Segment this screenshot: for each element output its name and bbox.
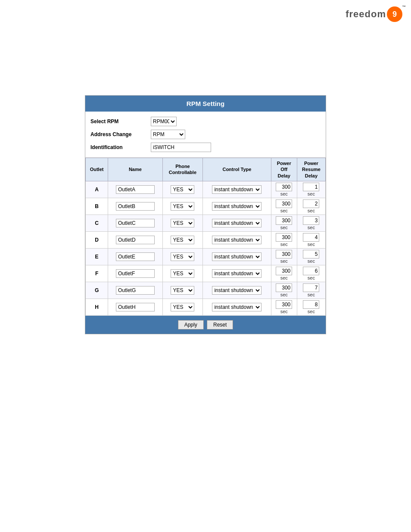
outlet-name-input[interactable] <box>116 286 155 295</box>
table-row: E YES NO instant shutdown graceful shutd… <box>86 248 326 265</box>
outlet-power-off-cell: sec <box>271 248 297 265</box>
outlet-name-cell <box>108 215 163 231</box>
outlet-control-cell: instant shutdown graceful shutdown reboo… <box>203 248 271 265</box>
outlet-power-off-cell: sec <box>271 215 297 231</box>
rpm-panel: RPM Setting Select RPM RPM00 Address Cha… <box>85 95 326 334</box>
outlet-phone-cell: YES NO <box>162 181 203 198</box>
outlet-control-select[interactable]: instant shutdown graceful shutdown reboo… <box>212 252 262 261</box>
apply-button[interactable]: Apply <box>178 320 204 330</box>
address-change-dropdown[interactable]: RPM <box>151 130 185 139</box>
table-row: F YES NO instant shutdown graceful shutd… <box>86 265 326 282</box>
outlet-phone-cell: YES NO <box>162 231 203 248</box>
outlet-control-select[interactable]: instant shutdown graceful shutdown reboo… <box>212 269 262 278</box>
outlet-power-resume-input[interactable] <box>303 300 319 309</box>
col-name: Name <box>108 158 163 181</box>
outlet-letter: D <box>86 231 108 248</box>
outlet-phone-select[interactable]: YES NO <box>171 185 194 194</box>
outlet-control-cell: instant shutdown graceful shutdown reboo… <box>203 265 271 282</box>
outlet-power-off-input[interactable] <box>276 300 292 309</box>
outlet-name-cell <box>108 198 163 215</box>
power-resume-sec-label: sec <box>299 191 324 196</box>
outlet-power-off-input[interactable] <box>276 199 292 208</box>
outlet-name-input[interactable] <box>116 236 155 244</box>
address-change-label: Address Change <box>90 131 151 137</box>
outlet-power-resume-cell: sec <box>297 215 325 231</box>
outlet-name-input[interactable] <box>116 202 155 211</box>
outlet-letter: C <box>86 215 108 231</box>
outlet-power-resume-cell: sec <box>297 198 325 215</box>
outlet-name-input[interactable] <box>116 219 155 227</box>
table-row: G YES NO instant shutdown graceful shutd… <box>86 282 326 299</box>
table-row: H YES NO instant shutdown graceful shutd… <box>86 299 326 315</box>
power-resume-sec-label: sec <box>299 309 324 314</box>
power-resume-sec-label: sec <box>299 225 324 230</box>
outlet-phone-cell: YES NO <box>162 248 203 265</box>
col-phone: PhoneControllable <box>162 158 203 181</box>
outlet-phone-cell: YES NO <box>162 299 203 315</box>
outlet-phone-select[interactable]: YES NO <box>171 236 194 244</box>
outlet-phone-select[interactable]: YES NO <box>171 286 194 295</box>
outlet-control-select[interactable]: instant shutdown graceful shutdown reboo… <box>212 185 262 194</box>
outlet-table: Outlet Name PhoneControllable Control Ty… <box>85 158 326 316</box>
outlet-power-resume-input[interactable] <box>303 199 319 208</box>
outlet-name-input[interactable] <box>116 303 155 311</box>
outlet-power-off-input[interactable] <box>276 283 292 292</box>
outlet-control-select[interactable]: instant shutdown graceful shutdown reboo… <box>212 236 262 244</box>
outlet-control-cell: instant shutdown graceful shutdown reboo… <box>203 299 271 315</box>
outlet-name-cell <box>108 231 163 248</box>
outlet-letter: B <box>86 198 108 215</box>
outlet-power-off-cell: sec <box>271 181 297 198</box>
outlet-phone-select[interactable]: YES NO <box>171 202 194 211</box>
outlet-power-off-input[interactable] <box>276 267 292 275</box>
outlet-name-cell <box>108 248 163 265</box>
outlet-power-resume-input[interactable] <box>303 267 319 275</box>
select-rpm-dropdown[interactable]: RPM00 <box>151 117 177 126</box>
outlet-control-select[interactable]: instant shutdown graceful shutdown reboo… <box>212 219 262 227</box>
outlet-control-cell: instant shutdown graceful shutdown reboo… <box>203 231 271 248</box>
outlet-letter: E <box>86 248 108 265</box>
outlet-letter: G <box>86 282 108 299</box>
outlet-letter: H <box>86 299 108 315</box>
panel-title: RPM Setting <box>85 96 326 112</box>
col-control: Control Type <box>203 158 271 181</box>
outlet-name-input[interactable] <box>116 252 155 261</box>
outlet-phone-select[interactable]: YES NO <box>171 219 194 227</box>
outlet-power-resume-input[interactable] <box>303 216 319 225</box>
power-off-sec-label: sec <box>273 191 295 196</box>
outlet-phone-select[interactable]: YES NO <box>171 252 194 261</box>
identification-label: Identification <box>90 144 151 150</box>
col-outlet: Outlet <box>86 158 108 181</box>
outlet-power-off-cell: sec <box>271 231 297 248</box>
power-off-sec-label: sec <box>273 208 295 213</box>
table-row: C YES NO instant shutdown graceful shutd… <box>86 215 326 231</box>
power-resume-sec-label: sec <box>299 275 324 280</box>
outlet-phone-select[interactable]: YES NO <box>171 269 194 278</box>
identification-input[interactable] <box>151 143 211 152</box>
outlet-control-cell: instant shutdown graceful shutdown reboo… <box>203 215 271 231</box>
reset-button[interactable]: Reset <box>207 320 233 330</box>
outlet-power-resume-input[interactable] <box>303 183 319 191</box>
outlet-power-resume-input[interactable] <box>303 283 319 292</box>
outlet-power-resume-input[interactable] <box>303 250 319 258</box>
outlet-power-resume-cell: sec <box>297 231 325 248</box>
power-resume-sec-label: sec <box>299 242 324 247</box>
outlet-control-select[interactable]: instant shutdown graceful shutdown reboo… <box>212 286 262 295</box>
power-resume-sec-label: sec <box>299 292 324 297</box>
outlet-power-off-cell: sec <box>271 198 297 215</box>
outlet-name-input[interactable] <box>116 185 155 194</box>
outlet-power-off-input[interactable] <box>276 216 292 225</box>
outlet-power-resume-input[interactable] <box>303 233 319 242</box>
logo-text: freedom <box>346 9 386 20</box>
outlet-power-off-input[interactable] <box>276 250 292 258</box>
power-off-sec-label: sec <box>273 292 295 297</box>
outlet-name-input[interactable] <box>116 269 155 278</box>
outlet-power-off-input[interactable] <box>276 233 292 242</box>
outlet-phone-select[interactable]: YES NO <box>171 303 194 311</box>
power-off-sec-label: sec <box>273 242 295 247</box>
table-row: D YES NO instant shutdown graceful shutd… <box>86 231 326 248</box>
outlet-power-off-input[interactable] <box>276 183 292 191</box>
outlet-control-select[interactable]: instant shutdown graceful shutdown reboo… <box>212 303 262 311</box>
outlet-control-select[interactable]: instant shutdown graceful shutdown reboo… <box>212 202 262 211</box>
select-rpm-label: Select RPM <box>90 118 151 124</box>
power-off-sec-label: sec <box>273 275 295 280</box>
